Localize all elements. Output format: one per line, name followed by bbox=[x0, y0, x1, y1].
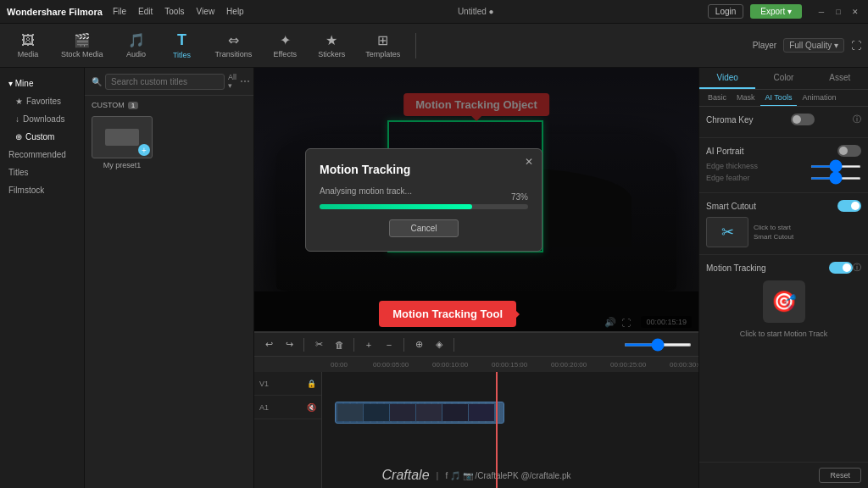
stock-media-icon: 🎬 bbox=[74, 32, 91, 48]
tool-media[interactable]: 🖼 Media bbox=[7, 30, 49, 62]
sidebar-item-custom[interactable]: ⊕ Custom bbox=[0, 128, 84, 146]
menu-tools[interactable]: Tools bbox=[164, 7, 184, 16]
watermark-brand: Craftale bbox=[382, 468, 430, 483]
progress-bar-fill bbox=[320, 204, 472, 209]
menu-edit[interactable]: Edit bbox=[138, 7, 153, 16]
track-lock-icon[interactable]: 🔒 bbox=[307, 380, 316, 388]
tool-stock-media[interactable]: 🎬 Stock Media bbox=[53, 29, 112, 62]
login-button[interactable]: Login bbox=[708, 4, 743, 19]
tool-effects[interactable]: ✦ Effects bbox=[264, 29, 306, 62]
timeline-ruler: 00:00 00:00:05:00 00:00:10:00 00:00:15:0… bbox=[254, 357, 698, 372]
app-logo: Wondershare Filmora bbox=[7, 7, 103, 17]
subtab-basic[interactable]: Basic bbox=[703, 90, 732, 106]
marker-button[interactable]: ◈ bbox=[431, 337, 447, 352]
preset-add-icon[interactable]: + bbox=[138, 144, 150, 156]
tool-stickers[interactable]: ★ Stickers bbox=[309, 29, 353, 62]
filter-dropdown[interactable]: All ▾ bbox=[228, 73, 236, 90]
timeline-toolbar: ↩ ↪ ✂ 🗑 + − ⊕ ◈ bbox=[254, 333, 698, 357]
tab-color[interactable]: Color bbox=[755, 68, 811, 89]
zoom-slider[interactable] bbox=[624, 343, 692, 347]
delete-button[interactable]: 🗑 bbox=[331, 337, 347, 352]
tool-audio[interactable]: 🎵 Audio bbox=[115, 29, 158, 62]
ai-portrait-label: AI Portrait bbox=[706, 147, 743, 156]
reset-button[interactable]: Reset bbox=[819, 468, 861, 483]
bubble-arrow bbox=[695, 208, 698, 218]
content-search-bar: 🔍 All ▾ ⋯ bbox=[85, 68, 253, 96]
left-sidebar: ▾ Mine ★ Favorites ↓ Downloads ⊕ Custom … bbox=[0, 68, 85, 488]
tool-titles[interactable]: T Titles bbox=[161, 28, 203, 63]
stickers-icon: ★ bbox=[326, 32, 337, 48]
subtab-aitools[interactable]: AI Tools bbox=[760, 90, 798, 106]
ai-portrait-props: Edge thickness bbox=[706, 162, 861, 170]
clip-thumb-5 bbox=[442, 404, 468, 421]
player-label: Player bbox=[753, 41, 776, 50]
chroma-key-info-icon[interactable]: ⓘ bbox=[853, 114, 861, 125]
track-label-audio: A1 🔇 bbox=[254, 396, 321, 419]
zoom-out-button[interactable]: − bbox=[381, 337, 397, 352]
track-labels: V1 🔒 A1 🔇 bbox=[254, 372, 322, 488]
chroma-key-section: Chroma Key ⓘ bbox=[699, 107, 868, 138]
split-button[interactable]: ✂ bbox=[311, 337, 326, 352]
subtab-animation[interactable]: Animation bbox=[797, 90, 841, 106]
tool-templates[interactable]: ⊞ Templates bbox=[357, 29, 409, 62]
dialog-cancel-button[interactable]: Cancel bbox=[389, 219, 458, 237]
smart-cutout-toggle[interactable] bbox=[837, 200, 861, 212]
stickers-label: Stickers bbox=[318, 50, 345, 58]
smart-cutout-section: Smart Cutout ✂ Click to start Smart Cuto… bbox=[699, 193, 868, 255]
sidebar-item-titles[interactable]: Titles bbox=[0, 164, 84, 181]
preset-card[interactable]: + My preset1 bbox=[92, 116, 153, 169]
watermark-sep: | bbox=[437, 470, 439, 480]
search-input[interactable] bbox=[105, 74, 225, 90]
more-options-icon[interactable]: ⋯ bbox=[240, 75, 250, 87]
zoom-in-button[interactable]: + bbox=[361, 337, 376, 352]
audio-track-icon[interactable]: 🔇 bbox=[307, 403, 316, 412]
subtab-mask[interactable]: Mask bbox=[732, 90, 760, 106]
watermark-social: f 🎵 📷 /CraftalePK @/craftale.pk bbox=[445, 471, 570, 480]
right-panel-tabs: Video Color Asset bbox=[699, 68, 868, 90]
motion-tracking-toggle[interactable] bbox=[829, 262, 853, 274]
cutout-preview: ✂ bbox=[706, 217, 748, 247]
undo-button[interactable]: ↩ bbox=[261, 337, 276, 352]
sidebar-item-mine[interactable]: ▾ Mine bbox=[0, 75, 84, 92]
ruler-mark-1: 00:00:05:00 bbox=[373, 361, 409, 369]
tab-video[interactable]: Video bbox=[699, 68, 755, 89]
chroma-key-toggle[interactable] bbox=[791, 114, 815, 125]
tool-transitions[interactable]: ⇔ Transitions bbox=[207, 29, 261, 62]
window-controls: ─ □ ✕ bbox=[815, 6, 861, 18]
top-bar: Wondershare Filmora File Edit Tools View… bbox=[0, 0, 868, 24]
fullscreen-icon[interactable]: ⛶ bbox=[851, 40, 861, 52]
quality-dropdown[interactable]: Full Quality ▾ bbox=[783, 38, 844, 53]
menu-view[interactable]: View bbox=[197, 7, 215, 16]
tab-asset[interactable]: Asset bbox=[812, 68, 868, 89]
menu-file[interactable]: File bbox=[113, 7, 126, 16]
minimize-button[interactable]: ─ bbox=[815, 6, 827, 18]
clip-thumb-3 bbox=[390, 404, 415, 421]
track-label-video: V1 🔒 bbox=[254, 372, 321, 396]
sidebar-item-filmstock[interactable]: Filmstock bbox=[0, 181, 84, 199]
motion-tracking-desc: Click to start Motion Track bbox=[706, 330, 861, 338]
video-area: Motion Tracking Object 00:00:15:19 🔊 ⛶ ✕… bbox=[254, 68, 698, 488]
redo-button[interactable]: ↪ bbox=[281, 337, 297, 352]
menu-help[interactable]: Help bbox=[226, 7, 244, 16]
cutout-icon: ✂ bbox=[721, 223, 734, 241]
sidebar-item-downloads[interactable]: ↓ Downloads bbox=[0, 110, 84, 128]
close-button[interactable]: ✕ bbox=[849, 6, 861, 18]
dialog-close-button[interactable]: ✕ bbox=[525, 156, 533, 168]
tl-sep-4 bbox=[453, 338, 454, 352]
motion-tracking-info-icon[interactable]: ⓘ bbox=[853, 262, 861, 274]
video-clip[interactable] bbox=[335, 402, 504, 424]
progress-bar-container: 73% bbox=[320, 204, 528, 209]
maximize-button[interactable]: □ bbox=[832, 6, 844, 18]
magnet-button[interactable]: ⊕ bbox=[411, 337, 426, 352]
edge-thickness-slider[interactable] bbox=[810, 165, 861, 168]
export-button[interactable]: Export ▾ bbox=[750, 4, 802, 19]
stock-media-label: Stock Media bbox=[61, 50, 103, 58]
effects-label: Effects bbox=[274, 50, 297, 58]
tl-sep-3 bbox=[403, 338, 404, 352]
sidebar-item-recommended[interactable]: Recommended bbox=[0, 146, 84, 164]
sidebar-item-favorites[interactable]: ★ Favorites bbox=[0, 92, 84, 110]
video-canvas: Motion Tracking Object 00:00:15:19 🔊 ⛶ ✕… bbox=[254, 68, 698, 331]
edge-feather-slider[interactable] bbox=[810, 177, 861, 180]
ai-portrait-toggle[interactable] bbox=[837, 145, 861, 157]
smart-cutout-header: Smart Cutout bbox=[706, 200, 861, 212]
